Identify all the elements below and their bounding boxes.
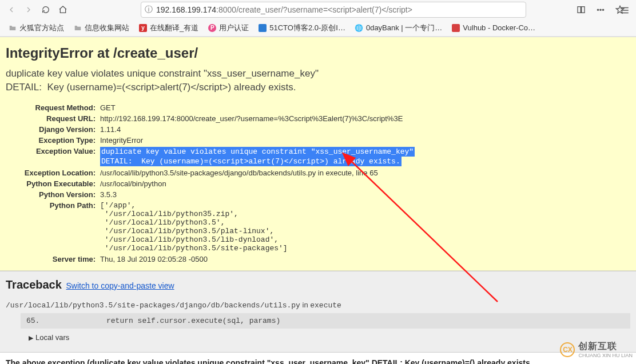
bookmark-item[interactable]: 火狐官方站点 xyxy=(5,22,67,34)
bookmark-label: 信息收集网站 xyxy=(85,23,129,33)
svg-rect-0 xyxy=(578,7,581,13)
meta-label: Exception Location: xyxy=(6,167,100,178)
error-summary: IntegrityError at /create_user/ duplicat… xyxy=(0,37,636,271)
watermark-logo-icon: CX xyxy=(560,342,575,357)
nav-back-button[interactable] xyxy=(3,2,19,18)
page-title: IntegrityError at /create_user/ xyxy=(6,45,630,61)
meta-label: Request URL: xyxy=(6,113,100,124)
traceback-heading: Traceback xyxy=(6,278,62,291)
bookmark-label: 0dayBank | 一个专门… xyxy=(366,23,442,33)
bookmark-label: Vulhub - Docker-Co… xyxy=(463,23,535,32)
bookmark-label: 51CTO博客2.0-原创I… xyxy=(269,23,345,33)
more-icon[interactable]: ••• xyxy=(593,2,609,18)
folder-icon xyxy=(73,23,82,33)
meta-value: IntegrityError xyxy=(100,135,415,146)
bookmark-label: 在线翻译_有道 xyxy=(150,23,198,33)
meta-value: 3.5.3 xyxy=(100,189,415,200)
chained-exception-text: The above exception (duplicate key value… xyxy=(0,353,636,364)
meta-table: Request Method: GET Request URL: http://… xyxy=(6,102,415,265)
django-error-page: IntegrityError at /create_user/ duplicat… xyxy=(0,37,636,364)
bookmark-label: 火狐官方站点 xyxy=(19,23,64,33)
meta-value: Thu, 18 Jul 2019 02:05:28 -0500 xyxy=(100,254,415,265)
meta-label: Django Version: xyxy=(6,124,100,135)
nav-forward-button[interactable] xyxy=(21,2,37,18)
bookmark-label: 用户认证 xyxy=(219,23,249,33)
svg-rect-1 xyxy=(582,7,585,13)
globe-icon: 🌐 xyxy=(355,23,364,33)
selected-text-line1: duplicate key value violates unique cons… xyxy=(100,147,415,157)
selected-text-line2: DETAIL: Key (username)=(<script>alert(7)… xyxy=(100,157,402,166)
reader-mode-icon[interactable] xyxy=(573,2,589,18)
browser-chrome: ⓘ 192.168.199.174:8000/create_user/?user… xyxy=(0,0,636,37)
watermark: CX 创新互联 CHUANG XIN HU LIAN xyxy=(560,341,633,358)
meta-value: /usr/local/bin/python xyxy=(100,178,415,189)
bookmark-item[interactable]: 🌐0dayBank | 一个专门… xyxy=(351,22,446,34)
nav-home-button[interactable] xyxy=(55,2,71,18)
nav-reload-button[interactable] xyxy=(38,2,54,18)
address-bar[interactable]: ⓘ 192.168.199.174:8000/create_user/?user… xyxy=(141,2,526,18)
favicon-icon: y xyxy=(138,23,148,33)
traceback-section: Traceback Switch to copy-and-paste view … xyxy=(0,271,636,353)
bookmark-item[interactable]: y在线翻译_有道 xyxy=(135,22,202,34)
meta-label: Exception Type: xyxy=(6,135,100,146)
meta-label: Exception Value: xyxy=(6,146,100,167)
bookmark-item[interactable]: 信息收集网站 xyxy=(70,22,133,34)
local-vars-toggle[interactable]: ▶Local vars xyxy=(29,333,630,342)
meta-label: Server time: xyxy=(6,254,100,265)
meta-label: Python Executable: xyxy=(6,178,100,189)
triangle-right-icon: ▶ xyxy=(29,334,33,342)
meta-value: http://192.168.199.174:8000/create_user/… xyxy=(100,113,415,124)
meta-value: 1.11.4 xyxy=(100,124,415,135)
meta-value: GET xyxy=(100,102,415,113)
favicon-icon: P xyxy=(208,23,217,33)
traceback-code-line[interactable]: 65.return self.cursor.execute(sql, param… xyxy=(21,313,630,329)
exception-value-cell[interactable]: duplicate key value violates unique cons… xyxy=(100,146,415,167)
nav-toolbar: ⓘ 192.168.199.174:8000/create_user/?user… xyxy=(0,0,636,19)
hamburger-menu-icon[interactable] xyxy=(617,2,633,18)
favicon-icon xyxy=(451,23,460,33)
exception-message: duplicate key value violates unique cons… xyxy=(6,67,630,94)
watermark-text: 创新互联 xyxy=(578,341,633,353)
favicon-icon xyxy=(258,23,267,33)
bookmark-item[interactable]: 51CTO博客2.0-原创I… xyxy=(255,22,349,34)
watermark-subtext: CHUANG XIN HU LIAN xyxy=(578,353,633,358)
bookmarks-bar: 火狐官方站点信息收集网站y在线翻译_有道P用户认证51CTO博客2.0-原创I…… xyxy=(0,19,636,37)
traceback-file-line: /usr/local/lib/python3.5/site-packages/d… xyxy=(6,301,630,310)
url-path: /create_user/?username=<script>alert(7)<… xyxy=(236,5,412,14)
meta-label: Python Version: xyxy=(6,189,100,200)
url-host: 192.168.199.174 xyxy=(156,5,216,14)
meta-value: /usr/local/lib/python3.5/site-packages/d… xyxy=(100,167,415,178)
bookmark-item[interactable]: Vulhub - Docker-Co… xyxy=(448,22,539,34)
url-port: :8000 xyxy=(216,5,236,14)
meta-value: ['/app', '/usr/local/lib/python35.zip', … xyxy=(100,200,415,254)
meta-label: Request Method: xyxy=(6,102,100,113)
info-icon: ⓘ xyxy=(145,5,153,15)
bookmark-item[interactable]: P用户认证 xyxy=(204,22,252,34)
folder-icon xyxy=(8,23,17,33)
traceback-switch-link[interactable]: Switch to copy-and-paste view xyxy=(66,281,174,290)
meta-label: Python Path: xyxy=(6,200,100,254)
